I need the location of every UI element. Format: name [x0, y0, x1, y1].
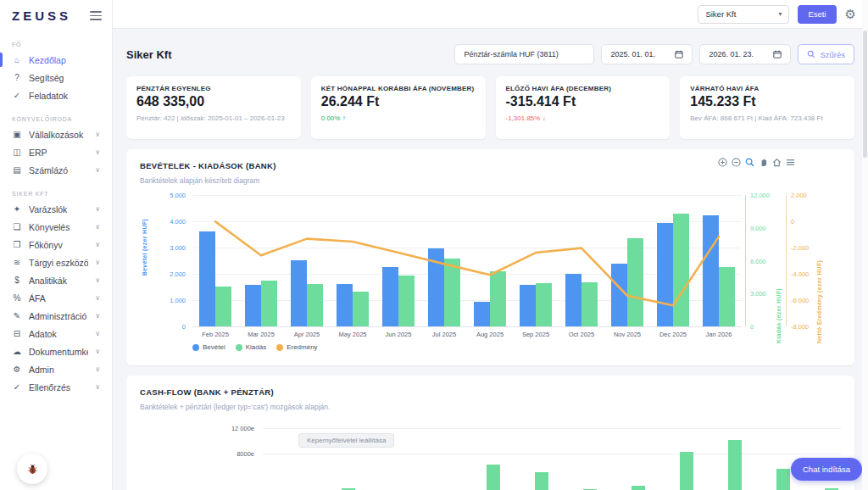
chart-gridline [192, 195, 742, 196]
sidebar-item-t-rgyi-eszk-z-k[interactable]: ≋Tárgyi eszközök∨ [0, 253, 112, 271]
bar-bevétel-aug-2025[interactable] [474, 302, 490, 326]
kpi-subtext: Pénztár: 422 | Időszak: 2025-01-01 – 202… [136, 114, 291, 124]
chevron-down-icon: ∨ [95, 348, 103, 355]
y-axis-tick-eredmeny: 0 [791, 218, 794, 226]
sidebar-item-var-zsl-k[interactable]: ✦Varázslók∨ [0, 200, 112, 218]
bar-kiadás-may-2025[interactable] [353, 292, 369, 326]
bar-bevétel-apr-2025[interactable] [291, 260, 307, 326]
bar-kiadás-sep-2025[interactable] [536, 283, 552, 326]
home-icon[interactable] [772, 158, 782, 167]
y-axis-tick-kiadas: 3.000 [750, 290, 766, 298]
sidebar-item-label: ERP [29, 148, 88, 158]
chevron-down-icon: ∨ [95, 223, 103, 231]
legend-label: Eredmény [287, 343, 317, 351]
legend-item-bevétel[interactable]: Bevétel [192, 343, 225, 351]
sidebar-item-adatok[interactable]: ⊟Adatok∨ [0, 325, 112, 342]
date-from-input[interactable]: 2025. 01. 01. [601, 44, 693, 64]
company-selector[interactable]: Siker Kft ▾ [698, 5, 789, 24]
bar-kiadás-aug-2025[interactable] [490, 271, 506, 326]
zoom-in-icon[interactable] [718, 158, 727, 167]
sidebar-item--fa[interactable]: %ÁFA∨ [0, 289, 112, 307]
account-filter-input[interactable]: Pénztár-számla HUF (3811) [454, 44, 594, 64]
bar-bevétel-feb-2025[interactable] [199, 231, 215, 326]
chat-start-button[interactable]: Chat indítása [791, 458, 862, 481]
kpi-label: KÉT HÓNAPPAL KORÁBBI ÁFA (NOVEMBER) [321, 85, 476, 92]
cashflow-bar-8[interactable] [680, 452, 693, 490]
bar-bevétel-jul-2025[interactable] [428, 248, 444, 326]
bar-kiadás-oct-2025[interactable] [581, 282, 598, 326]
bar-kiadás-dec-2025[interactable] [673, 214, 689, 326]
page-scrollbar[interactable] [862, 0, 868, 490]
bar-kiadás-apr-2025[interactable] [307, 284, 323, 326]
eseti-button[interactable]: Eseti [798, 5, 836, 24]
bar-kiadás-feb-2025[interactable] [215, 287, 231, 326]
chart1-toolbar [718, 158, 795, 167]
sidebar-item-erp[interactable]: ◫ERP∨ [0, 143, 112, 161]
bug-report-button[interactable] [17, 454, 47, 484]
legend-item-eredmény[interactable]: Eredmény [276, 343, 317, 351]
sidebar-item-ellen-rz-s[interactable]: ✓Ellenőrzés∨ [0, 378, 112, 396]
sidebar-item-k-nyvel-s[interactable]: ❏Könyvelés∨ [0, 218, 112, 236]
cashflow-bar-9[interactable] [728, 440, 742, 490]
sidebar-item-label: Kezdőlap [29, 55, 103, 65]
ledger-icon: ❐ [12, 240, 22, 249]
bar-kiadás-mar-2025[interactable] [261, 281, 277, 326]
legend-item-kiadás[interactable]: Kiadás [236, 343, 266, 351]
chart2-subtitle: Banktételek + pénztári (ledger typ='cas'… [140, 403, 841, 411]
kpi-value: 145.233 Ft [690, 94, 844, 109]
chart1-plot: 5.0004.0003.0002.0001.0000Bevétel (ezer … [140, 188, 841, 354]
sidebar-item-label: Feladatok [29, 91, 103, 101]
briefcase-icon: ▣ [12, 130, 22, 139]
chevron-down-icon: ▾ [778, 10, 782, 18]
date-to-input[interactable]: 2026. 01. 23. [699, 44, 791, 64]
bar-bevétel-may-2025[interactable] [337, 284, 353, 326]
sidebar-item-label: ÁFA [29, 293, 88, 303]
bar-kiadás-nov-2025[interactable] [627, 238, 643, 326]
bar-bevétel-jun-2025[interactable] [382, 267, 398, 326]
bar-bevétel-jan-2026[interactable] [703, 215, 719, 326]
sidebar-collapse-icon[interactable] [90, 8, 102, 23]
chevron-down-icon: ∨ [95, 330, 103, 337]
sidebar-item-analitik-k[interactable]: $Analitikák∨ [0, 271, 112, 289]
sidebar-item-label: Főkönyv [29, 240, 88, 250]
bar-bevétel-mar-2025[interactable] [245, 285, 261, 326]
sidebar-item-v-llalkoz-sok[interactable]: ▣Vállalkozások∨ [0, 125, 112, 143]
kpi-card-2: ELŐZŐ HAVI ÁFA (DECEMBER)-315.414 Ft-1,3… [496, 76, 670, 139]
sidebar-section: FŐ⌂Kezdőlap?Segítség✓Feladatok [0, 38, 112, 104]
sidebar-item-f-k-nyv[interactable]: ❐Főkönyv∨ [0, 236, 112, 253]
cashflow-bar-5[interactable] [535, 472, 548, 490]
sidebar-item-label: Adminisztráció [29, 311, 88, 321]
screen-recording-pill[interactable]: Képernyőfelvétel leállítása [298, 433, 394, 448]
bar-bevétel-sep-2025[interactable] [520, 285, 536, 326]
settings-gear-icon[interactable]: ⚙ [845, 8, 856, 20]
bar-kiadás-jul-2025[interactable] [444, 259, 460, 326]
sidebar-item-admin[interactable]: ⚙Admin∨ [0, 360, 112, 378]
sidebar-item-label: Dokumentumkezelő [29, 347, 88, 357]
filter-button-label: Szűrés [820, 50, 845, 59]
scrollbar-thumb[interactable] [863, 31, 867, 158]
bar-kiadás-jun-2025[interactable] [398, 276, 415, 326]
sidebar-item-adminisztr-ci-[interactable]: ✎Adminisztráció∨ [0, 307, 112, 325]
bar-bevétel-oct-2025[interactable] [565, 274, 581, 326]
cashflow-bar-10[interactable] [776, 469, 790, 490]
bar-kiadás-jan-2026[interactable] [719, 267, 735, 326]
sidebar-item-kezd-lap[interactable]: ⌂Kezdőlap [0, 51, 112, 69]
pan-icon[interactable] [759, 158, 768, 167]
sidebar-item-seg-ts-g[interactable]: ?Segítség [0, 69, 112, 86]
sidebar-item-dokumentumkezel-[interactable]: ☁Dokumentumkezelő∨ [0, 342, 112, 360]
cashflow-bar-7[interactable] [632, 486, 645, 490]
y-axis-tick-left: 1.000 [140, 297, 186, 304]
sidebar-item-feladatok[interactable]: ✓Feladatok [0, 86, 112, 104]
zoom-out-icon[interactable] [732, 158, 741, 167]
sidebar-section: SIKER KFT✦Varázslók∨❏Könyvelés∨❐Főkönyv∨… [0, 187, 112, 396]
cashflow-bar-4[interactable] [487, 465, 500, 490]
selection-zoom-icon[interactable] [745, 158, 754, 167]
x-axis-tick: Dec 2025 [650, 331, 696, 338]
kpi-card-3: VÁRHATÓ HAVI ÁFA145.233 FtBev ÁFA: 868.6… [680, 76, 854, 139]
bar-bevétel-dec-2025[interactable] [657, 223, 673, 326]
filter-button[interactable]: Szűrés [798, 44, 854, 64]
bar-bevétel-nov-2025[interactable] [611, 264, 627, 326]
y-axis-tick-left: 0 [140, 323, 186, 331]
sidebar-item-sz-ml-z-[interactable]: ▤Számlázó∨ [0, 161, 112, 179]
menu-icon[interactable] [786, 158, 795, 167]
